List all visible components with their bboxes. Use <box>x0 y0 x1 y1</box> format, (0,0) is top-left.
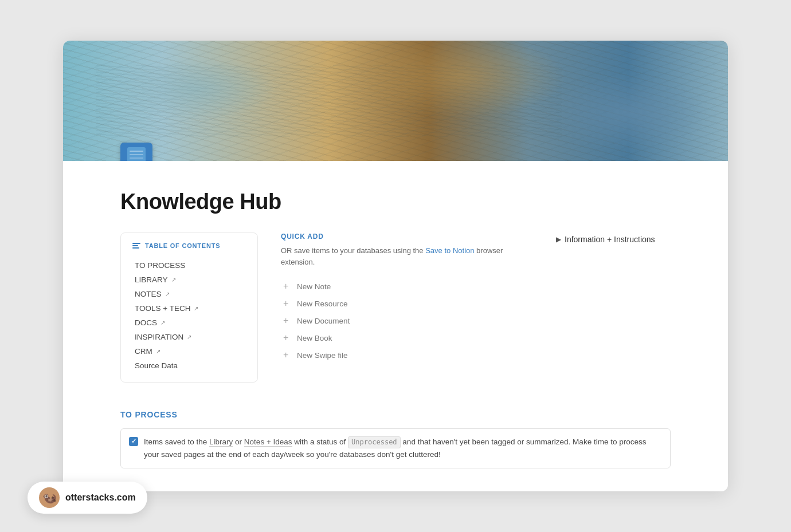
toc-item-label: TO PROCESS <box>135 261 185 270</box>
toc-card: TABLE OF CONTENTS TO PROCESS LIBRARY ↗ N… <box>120 232 258 383</box>
process-text: Items saved to the Library or Notes + Id… <box>144 436 662 461</box>
process-text-before-library: Items saved to the <box>144 438 209 446</box>
toc-item[interactable]: LIBRARY ↗ <box>132 273 246 287</box>
page-icon <box>120 143 152 161</box>
library-link[interactable]: Library <box>209 438 233 447</box>
quick-add-title: QUICK ADD <box>281 232 533 241</box>
unprocessed-badge: Unprocessed <box>348 436 400 448</box>
toc-item[interactable]: DOCS ↗ <box>132 316 246 330</box>
plus-icon: + <box>283 299 292 308</box>
toc-icon <box>132 243 140 249</box>
to-process-section: TO PROCESS Items saved to the Library or… <box>120 410 671 468</box>
toc-item-label: INSPIRATION <box>135 333 183 341</box>
checkbox-checked[interactable] <box>129 437 138 446</box>
new-note-label: New Note <box>297 282 331 291</box>
book-icon <box>127 147 146 161</box>
external-link-icon: ↗ <box>160 320 165 326</box>
to-process-title: TO PROCESS <box>120 410 671 419</box>
external-link-icon: ↗ <box>187 334 191 340</box>
content-area: Knowledge Hub TABLE OF CONTENTS TO PROCE… <box>63 161 728 491</box>
watermark-avatar: 🦦 <box>39 487 60 508</box>
process-text-between: or <box>235 438 244 446</box>
toc-item[interactable]: TO PROCESS <box>132 258 246 273</box>
external-link-icon: ↗ <box>165 291 170 297</box>
process-text-before-status: with a status of <box>294 438 348 446</box>
watermark: 🦦 otterstacks.com <box>28 482 147 514</box>
notes-ideas-link[interactable]: Notes + Ideas <box>244 438 292 447</box>
new-document-button[interactable]: + New Document <box>281 312 533 329</box>
info-toggle-button[interactable]: ▶ Information + Instructions <box>556 235 671 244</box>
toc-header: TABLE OF CONTENTS <box>132 242 246 249</box>
info-section: ▶ Information + Instructions <box>556 232 671 383</box>
toc-item[interactable]: Source Data <box>132 358 246 373</box>
new-swipe-file-label: New Swipe file <box>297 351 348 360</box>
page-container: Knowledge Hub TABLE OF CONTENTS TO PROCE… <box>63 41 728 491</box>
external-link-icon: ↗ <box>156 348 160 354</box>
plus-icon: + <box>283 350 292 360</box>
plus-icon: + <box>283 282 292 291</box>
plus-icon: + <box>283 333 292 342</box>
otter-emoji: 🦦 <box>42 491 57 505</box>
toc-item-label: NOTES <box>135 290 162 298</box>
page-title: Knowledge Hub <box>120 190 671 214</box>
new-book-button[interactable]: + New Book <box>281 329 533 346</box>
toc-item-label: Source Data <box>135 361 178 370</box>
external-link-icon: ↗ <box>194 305 198 312</box>
new-document-label: New Document <box>297 317 350 325</box>
plus-icon: + <box>283 316 292 325</box>
toc-item[interactable]: TOOLS + TECH ↗ <box>132 301 246 316</box>
main-grid: TABLE OF CONTENTS TO PROCESS LIBRARY ↗ N… <box>120 232 671 383</box>
toc-item-label: CRM <box>135 347 152 356</box>
toc-item-label: TOOLS + TECH <box>135 304 190 313</box>
new-resource-button[interactable]: + New Resource <box>281 295 533 312</box>
toc-item-label: DOCS <box>135 318 157 327</box>
process-description-card: Items saved to the Library or Notes + Id… <box>120 428 671 468</box>
watermark-domain: otterstacks.com <box>65 492 136 503</box>
new-resource-label: New Resource <box>297 300 348 308</box>
new-note-button[interactable]: + New Note <box>281 278 533 295</box>
quick-add-desc-text: OR save items to your databases using th… <box>281 246 424 255</box>
toggle-arrow-icon: ▶ <box>556 235 561 243</box>
info-toggle-label: Information + Instructions <box>565 235 655 244</box>
toc-title: TABLE OF CONTENTS <box>145 242 220 249</box>
toc-item-label: LIBRARY <box>135 275 168 284</box>
save-to-notion-link[interactable]: Save to Notion <box>425 246 474 255</box>
quick-add-section: QUICK ADD OR save items to your database… <box>272 232 542 383</box>
quick-add-description: OR save items to your databases using th… <box>281 245 533 267</box>
new-swipe-file-button[interactable]: + New Swipe file <box>281 346 533 364</box>
new-book-label: New Book <box>297 334 332 342</box>
toc-item[interactable]: NOTES ↗ <box>132 287 246 301</box>
toc-item[interactable]: CRM ↗ <box>132 344 246 358</box>
hero-banner <box>63 41 728 161</box>
toc-item[interactable]: INSPIRATION ↗ <box>132 330 246 344</box>
external-link-icon: ↗ <box>171 277 176 283</box>
